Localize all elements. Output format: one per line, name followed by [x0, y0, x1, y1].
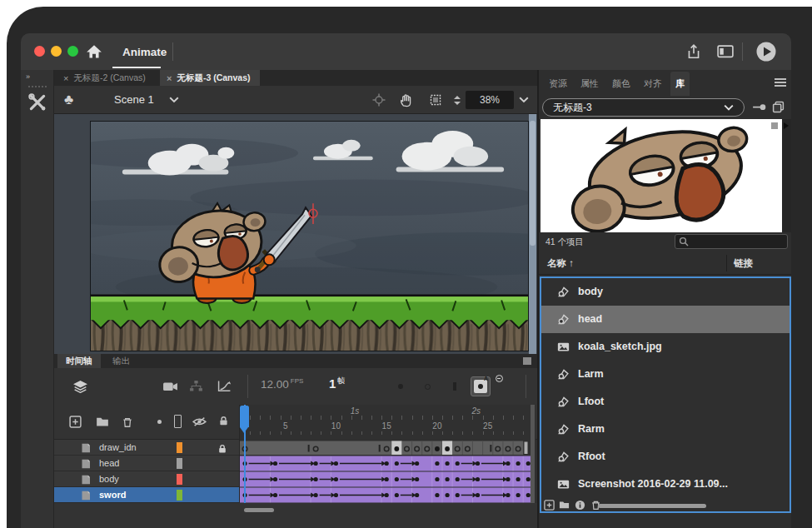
tab-assets[interactable]: 资源 — [544, 72, 572, 96]
minimize-window-button[interactable] — [51, 46, 62, 57]
timeline-vertical-scrollbar[interactable] — [531, 405, 535, 503]
edit-toolbar-wrench-icon[interactable] — [27, 92, 48, 113]
ruler-tick — [472, 416, 473, 420]
doc-tab-untitled-3[interactable]: × 无标题-3 (Canvas) — [160, 70, 260, 86]
zoom-level-field[interactable]: 38% — [466, 91, 514, 109]
preview-scrollbar[interactable] — [782, 119, 791, 232]
frame-graph-icon[interactable] — [217, 380, 232, 392]
library-document-select[interactable]: 无标题-3 — [542, 98, 745, 117]
center-stage-crosshair-icon[interactable] — [372, 93, 386, 107]
library-item-preview[interactable] — [541, 119, 782, 232]
layer-row-draw_idn[interactable]: draw_idn — [54, 440, 239, 456]
layer-row-body[interactable]: body — [54, 471, 239, 487]
layers-stack-icon[interactable] — [72, 379, 88, 394]
frame-row-draw_idn[interactable] — [240, 440, 534, 456]
outline-view-icon[interactable] — [174, 415, 182, 428]
frame-row-sword[interactable] — [240, 487, 534, 503]
list-item[interactable]: Lfoot — [541, 388, 790, 416]
ruler-tick — [311, 416, 311, 420]
list-item[interactable]: Rfoot — [541, 443, 790, 471]
tab-library[interactable]: 库 — [670, 72, 690, 96]
tab-animate[interactable]: Animate — [111, 33, 178, 70]
timeline-horizontal-scrollbar[interactable] — [244, 508, 274, 512]
close-window-button[interactable] — [34, 46, 45, 57]
workspace-layout-icon[interactable] — [717, 45, 734, 58]
library-horizontal-scrollbar[interactable] — [598, 504, 706, 508]
timeline-ruler[interactable]: 1s2s510152025 — [239, 405, 536, 440]
current-frame-display[interactable]: 1帧 — [329, 376, 345, 391]
close-tab-icon[interactable]: × — [167, 73, 172, 83]
layer-color-swatch[interactable] — [177, 458, 182, 469]
panel-menu-icon[interactable] — [775, 78, 786, 88]
rail-grip[interactable] — [28, 86, 47, 87]
ruler-tick — [412, 416, 413, 420]
test-movie-play-icon[interactable] — [755, 41, 777, 62]
layer-lock-icon[interactable] — [217, 442, 227, 453]
playhead-tip — [240, 427, 248, 433]
zoom-chevron-down-icon[interactable] — [519, 96, 529, 104]
zoom-stepper[interactable] — [452, 91, 462, 109]
camera-icon[interactable] — [162, 381, 178, 392]
frame-row-body[interactable] — [240, 471, 534, 487]
stage-canvas[interactable] — [90, 121, 529, 351]
symbol-club-icon[interactable]: ♣ — [64, 92, 73, 108]
list-item[interactable]: koala_sketch.jpg — [541, 333, 790, 361]
list-item[interactable]: Larm — [541, 361, 790, 388]
highlight-layers-dot-icon[interactable] — [157, 420, 162, 424]
layer-row-sword[interactable]: sword — [54, 487, 239, 503]
tab-properties[interactable]: 属性 — [575, 72, 604, 96]
rail-overflow-chevrons[interactable]: » — [26, 72, 31, 81]
layer-color-swatch[interactable] — [177, 442, 182, 453]
new-layer-icon[interactable] — [69, 416, 82, 428]
item-properties-info-icon[interactable] — [575, 500, 585, 511]
close-tab-icon[interactable]: × — [63, 73, 68, 83]
preview-resize-icon[interactable] — [771, 122, 778, 129]
doc-tab-untitled-2[interactable]: × 无标题-2 (Canvas) — [57, 70, 157, 86]
tab-timeline[interactable]: 时间轴 — [57, 354, 101, 368]
layer-color-swatch[interactable] — [177, 490, 182, 501]
pin-library-icon[interactable] — [752, 102, 767, 112]
maximize-window-button[interactable] — [67, 46, 78, 57]
scene-chevron-down-icon[interactable] — [169, 96, 179, 104]
column-name-header[interactable]: 名称 ↑ — [547, 257, 574, 270]
list-item[interactable]: Rarm — [541, 416, 790, 443]
ruler-tick — [371, 416, 372, 420]
auto-keyframe-button[interactable]: A — [471, 376, 491, 396]
preview-scroll-arrow-icon[interactable] — [784, 122, 789, 129]
lock-layers-icon[interactable] — [218, 415, 229, 427]
column-linkage-header[interactable]: 链接 — [734, 257, 753, 270]
frame-grid[interactable] — [239, 440, 537, 503]
panel-resize-icon[interactable] — [523, 357, 531, 365]
stage-vertical-scrollbar[interactable] — [529, 114, 536, 354]
stage-pasteboard[interactable] — [54, 114, 537, 354]
tab-colors[interactable]: 颜色 — [607, 72, 635, 96]
hand-tool-icon[interactable] — [399, 93, 413, 107]
list-item[interactable]: head — [541, 306, 790, 333]
scene-name[interactable]: Scene 1 — [114, 93, 154, 106]
library-search-input[interactable] — [675, 234, 788, 249]
clip-content-icon[interactable] — [429, 93, 442, 107]
layer-row-head[interactable]: head — [54, 456, 239, 471]
column-divider[interactable] — [726, 255, 727, 271]
home-icon[interactable] — [86, 44, 102, 59]
frame-row-head[interactable] — [240, 456, 534, 471]
ruler-tick — [432, 416, 433, 420]
library-list[interactable]: bodyheadkoala_sketch.jpgLarmLfootRarmRfo… — [540, 276, 791, 513]
tab-align[interactable]: 对齐 — [639, 72, 667, 96]
new-folder-icon[interactable] — [96, 416, 109, 427]
publish-share-icon[interactable] — [685, 43, 702, 60]
hide-layers-eye-slash-icon[interactable] — [192, 416, 207, 427]
fps-display[interactable]: 12.00FPS — [261, 377, 303, 391]
delete-layer-trash-icon[interactable] — [122, 416, 133, 428]
new-library-panel-icon[interactable] — [772, 101, 785, 113]
new-symbol-button[interactable] — [544, 500, 555, 511]
list-item[interactable]: Screenshot 2016-02-29 11.09... — [541, 471, 790, 498]
parenting-view-icon[interactable] — [189, 380, 203, 392]
graphic-symbol-icon — [557, 451, 570, 463]
playhead-marker[interactable] — [240, 406, 249, 427]
layer-color-swatch[interactable] — [177, 474, 182, 485]
ruler-tick — [422, 416, 423, 420]
new-folder-button[interactable] — [559, 500, 570, 511]
tab-output[interactable]: 输出 — [104, 354, 138, 368]
list-item[interactable]: body — [541, 278, 790, 306]
